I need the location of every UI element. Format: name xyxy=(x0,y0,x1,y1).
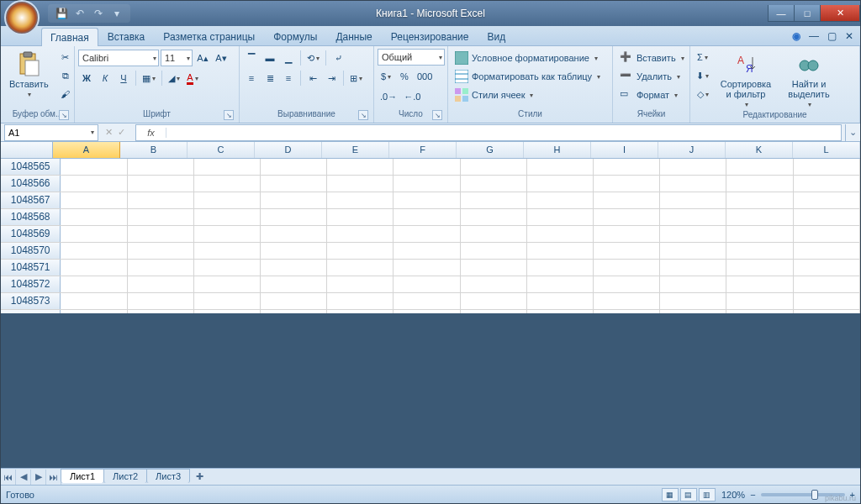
cell[interactable] xyxy=(794,209,860,225)
sheet-tab[interactable]: Лист3 xyxy=(146,469,190,483)
cell[interactable] xyxy=(594,209,660,225)
cell[interactable] xyxy=(461,209,527,225)
cell[interactable] xyxy=(394,260,460,276)
row-header[interactable]: 1048566 xyxy=(1,176,61,192)
column-header[interactable]: H xyxy=(524,142,591,158)
cell[interactable] xyxy=(61,260,127,276)
cell[interactable] xyxy=(128,243,194,259)
fx-icon[interactable]: fx xyxy=(136,128,166,138)
autosum-button[interactable]: Σ▾ xyxy=(694,49,711,66)
cell[interactable] xyxy=(794,159,860,175)
cell[interactable] xyxy=(660,226,726,242)
ribbon-close-icon[interactable]: ✕ xyxy=(845,30,853,42)
merge-button[interactable]: ⊞▾ xyxy=(347,70,365,87)
cell[interactable] xyxy=(61,209,127,225)
cell[interactable] xyxy=(261,260,327,276)
sheet-nav-last[interactable]: ⏭ xyxy=(46,470,61,485)
cell[interactable] xyxy=(128,209,194,225)
cell[interactable] xyxy=(194,293,261,309)
cell[interactable] xyxy=(594,192,660,208)
cell[interactable] xyxy=(461,260,527,276)
cell[interactable] xyxy=(194,243,261,259)
select-all-corner[interactable] xyxy=(1,142,53,158)
row-header[interactable]: 1048571 xyxy=(1,260,61,276)
tab-page-layout[interactable]: Разметка страницы xyxy=(154,27,264,45)
number-format-combo[interactable]: Общий▾ xyxy=(378,49,445,66)
row-header[interactable]: 1048568 xyxy=(1,209,61,225)
copy-button[interactable]: ⧉ xyxy=(57,67,74,84)
expand-formula-bar-icon[interactable]: ⌄ xyxy=(845,124,860,141)
column-header[interactable]: D xyxy=(255,142,322,158)
cell[interactable] xyxy=(194,159,261,175)
cell[interactable] xyxy=(128,159,194,175)
view-page-layout-button[interactable]: ▤ xyxy=(680,488,697,501)
sheet-nav-prev[interactable]: ◀ xyxy=(16,470,31,485)
cut-button[interactable]: ✂ xyxy=(57,49,74,66)
column-header[interactable]: L xyxy=(793,142,860,158)
cell[interactable] xyxy=(394,293,460,309)
sheet-tab[interactable]: Лист2 xyxy=(103,469,147,483)
zoom-out-button[interactable]: − xyxy=(750,490,755,500)
cell[interactable] xyxy=(327,192,394,208)
qat-dropdown-icon[interactable]: ▾ xyxy=(110,7,124,20)
cell[interactable] xyxy=(527,260,594,276)
bold-button[interactable]: Ж xyxy=(78,70,95,87)
cell[interactable] xyxy=(794,226,860,242)
cell[interactable] xyxy=(261,276,327,292)
cell[interactable] xyxy=(527,243,594,259)
cell[interactable] xyxy=(594,159,660,175)
align-bottom-button[interactable]: ▁ xyxy=(280,50,297,66)
italic-button[interactable]: К xyxy=(97,70,114,87)
tab-data[interactable]: Данные xyxy=(326,27,381,45)
cell[interactable] xyxy=(128,226,194,242)
cell[interactable] xyxy=(394,209,460,225)
cell[interactable] xyxy=(594,226,660,242)
cell[interactable] xyxy=(128,276,194,292)
cell[interactable] xyxy=(461,276,527,292)
tab-insert[interactable]: Вставка xyxy=(98,27,155,45)
tab-home[interactable]: Главная xyxy=(41,28,98,46)
cell[interactable] xyxy=(194,209,261,225)
tab-formulas[interactable]: Формулы xyxy=(264,27,326,45)
cell[interactable] xyxy=(794,260,860,276)
sheet-nav-next[interactable]: ▶ xyxy=(31,470,46,485)
cell[interactable] xyxy=(660,192,726,208)
column-header[interactable]: F xyxy=(389,142,457,158)
cell[interactable] xyxy=(394,159,460,175)
cell[interactable] xyxy=(527,293,594,309)
cell[interactable] xyxy=(327,260,394,276)
fill-button[interactable]: ⬇▾ xyxy=(694,67,711,84)
cell[interactable] xyxy=(194,226,261,242)
increase-decimal-button[interactable]: .0→ xyxy=(378,88,399,105)
row-header[interactable]: 1048570 xyxy=(1,243,61,259)
cell[interactable] xyxy=(327,159,394,175)
font-size-combo[interactable]: 11▾ xyxy=(161,50,193,66)
cell[interactable] xyxy=(394,276,460,292)
zoom-value[interactable]: 120% xyxy=(721,490,745,500)
delete-cells-button[interactable]: ➖Удалить▾ xyxy=(616,67,684,86)
tab-review[interactable]: Рецензирование xyxy=(382,27,478,45)
cell[interactable] xyxy=(660,276,726,292)
cell[interactable] xyxy=(61,243,127,259)
cell[interactable] xyxy=(660,260,726,276)
cell[interactable] xyxy=(394,243,460,259)
cell[interactable] xyxy=(128,176,194,192)
cell[interactable] xyxy=(726,260,793,276)
column-header[interactable]: K xyxy=(726,142,793,158)
view-page-break-button[interactable]: ▥ xyxy=(699,488,716,501)
align-left-button[interactable]: ≡ xyxy=(243,70,260,87)
cell[interactable] xyxy=(461,159,527,175)
cell[interactable] xyxy=(527,276,594,292)
cell[interactable] xyxy=(726,209,793,225)
cell[interactable] xyxy=(461,192,527,208)
clear-button[interactable]: ◇▾ xyxy=(694,86,711,102)
save-icon[interactable]: 💾 xyxy=(55,7,68,20)
row-header[interactable]: 1048572 xyxy=(1,276,61,292)
cell[interactable] xyxy=(594,260,660,276)
percent-format-button[interactable]: % xyxy=(396,68,413,85)
cell[interactable] xyxy=(61,293,127,309)
cell[interactable] xyxy=(794,276,860,292)
cell[interactable] xyxy=(461,243,527,259)
decrease-indent-button[interactable]: ⇤ xyxy=(304,70,321,87)
cell[interactable] xyxy=(794,243,860,259)
